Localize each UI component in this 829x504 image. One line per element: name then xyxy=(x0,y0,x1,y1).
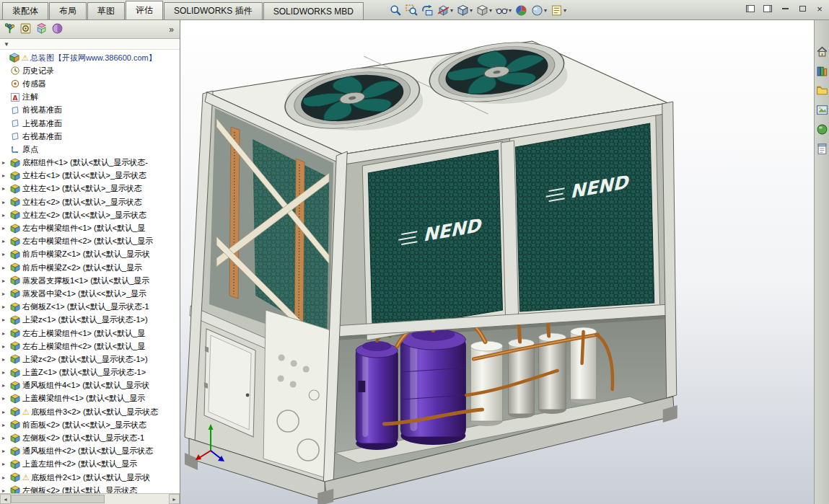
tree-item[interactable]: ▸前后中横梁Z<2> (默认<默认_显示 xyxy=(0,261,180,274)
view-orientation-button[interactable]: ▾ xyxy=(455,3,474,18)
tree-item[interactable]: ▸左右上横梁组件<1> (默认<默认_显 xyxy=(0,327,180,340)
display-style-button[interactable]: ▾ xyxy=(475,3,494,18)
tree-item[interactable]: 历史记录 xyxy=(0,64,180,77)
expander-icon[interactable]: ▸ xyxy=(2,369,10,376)
expander-icon[interactable]: ▸ xyxy=(2,330,10,337)
home-button[interactable] xyxy=(815,45,829,58)
expander-icon[interactable]: ▸ xyxy=(2,422,10,428)
tree-item[interactable]: 传感器 xyxy=(0,77,180,90)
expander-icon[interactable]: ▸ xyxy=(2,343,10,350)
edit-appearance-button[interactable] xyxy=(514,3,529,18)
dropdown-arrow-icon[interactable]: ▾ xyxy=(470,7,473,14)
dropdown-arrow-icon[interactable]: ▾ xyxy=(450,7,453,14)
expander-icon[interactable]: ▸ xyxy=(2,382,10,389)
toggle-right-pane-button[interactable] xyxy=(761,2,774,15)
toggle-left-pane-button[interactable] xyxy=(744,2,757,15)
tree-item[interactable]: ▸上盖横梁组件<1> (默认<默认_显示 xyxy=(0,392,180,405)
tab-装配体[interactable]: 装配体 xyxy=(2,2,48,19)
view-settings-button[interactable]: ▾ xyxy=(549,3,568,18)
expander-icon[interactable]: ▸ xyxy=(2,409,10,415)
perforated-panel[interactable] xyxy=(263,310,330,479)
tab-评估[interactable]: 评估 xyxy=(126,1,163,19)
panel-overflow-chevron[interactable]: » xyxy=(167,25,176,35)
tree-item[interactable]: ▸⚠底板组件2<1> (默认<默认_显示状 xyxy=(0,471,180,484)
expander-icon[interactable]: ▸ xyxy=(2,317,10,323)
expander-icon[interactable]: ▸ xyxy=(2,265,10,271)
tree-item[interactable]: 原点 xyxy=(0,143,180,156)
tree-item[interactable]: ▸左右中横梁组件<1> (默认<默认_显 xyxy=(0,221,180,234)
tree-item[interactable]: ▸蒸发器支撑板1<1> (默认<默认_显示 xyxy=(0,274,180,287)
compressor-large[interactable] xyxy=(400,328,465,445)
view-palette-button[interactable] xyxy=(815,103,829,117)
tree-item[interactable]: ▸立柱左<2> (默认<<默认>_显示状态 xyxy=(0,208,180,221)
tree-item[interactable]: ▸上盖Z<1> (默认<默认_显示状态-1> xyxy=(0,366,180,379)
expander-icon[interactable]: ▸ xyxy=(2,461,10,467)
restore-button[interactable] xyxy=(796,2,809,15)
expander-icon[interactable]: ▸ xyxy=(2,199,10,205)
tree-root-item[interactable]: ⚠总装图【开拔网www.386600.com】 xyxy=(0,51,180,64)
expander-icon[interactable]: ▸ xyxy=(2,304,10,310)
tree-item[interactable]: ▸上梁z<2> (默认<默认_显示状态-1>) xyxy=(0,353,180,366)
dropdown-arrow-icon[interactable]: ▾ xyxy=(544,7,547,14)
hide-show-items-button[interactable]: ▾ xyxy=(494,3,513,18)
section-view-button[interactable]: ▾ xyxy=(436,3,455,18)
zoom-to-fit-button[interactable] xyxy=(388,3,403,18)
expander-icon[interactable]: ▸ xyxy=(2,448,10,454)
tree-item[interactable]: ▸立柱右<2> (默认<默认>_显示状态 xyxy=(0,195,180,208)
expander-icon[interactable]: ▸ xyxy=(2,238,10,244)
previous-view-button[interactable] xyxy=(420,3,435,18)
graphics-area[interactable]: NEND NEND xyxy=(180,20,829,504)
expander-icon[interactable]: ▸ xyxy=(2,474,10,481)
dropdown-arrow-icon[interactable]: ▾ xyxy=(489,7,492,14)
tree-item[interactable]: ▸立柱右<1> (默认<<默认>_显示状态 xyxy=(0,169,180,182)
tree-item[interactable]: ▸前后中横梁Z<1> (默认<默认_显示状 xyxy=(0,248,180,261)
tree-item[interactable]: ▸上梁z<1> (默认<默认_显示状态-1>) xyxy=(0,314,180,327)
tree-item[interactable]: 前视基准面 xyxy=(0,104,180,117)
tree-item[interactable]: ▸右侧板Z<1> (默认<默认_显示状态-1 xyxy=(0,301,180,314)
file-explorer-button[interactable] xyxy=(815,84,829,97)
scroll-right-button[interactable]: ► xyxy=(169,494,180,504)
tree-item[interactable]: ▸蒸发器中梁<1> (默认<<默认>_显示 xyxy=(0,287,180,300)
expander-icon[interactable]: ▸ xyxy=(2,291,10,297)
apply-scene-button[interactable]: ▾ xyxy=(530,3,548,18)
dropdown-arrow-icon[interactable]: ▾ xyxy=(509,7,512,14)
tree-item[interactable]: A注解 xyxy=(0,91,180,104)
expander-icon[interactable]: ▸ xyxy=(2,185,10,192)
minimize-button[interactable] xyxy=(778,2,791,15)
flyout-splitter[interactable]: ▼ xyxy=(0,39,180,50)
tree-item[interactable]: 上视基准面 xyxy=(0,117,180,130)
tree-item[interactable]: ▸前面板<2> (默认<<默认>_显示状态 xyxy=(0,418,180,431)
configuration-manager-button[interactable] xyxy=(35,22,48,36)
tree-item[interactable]: ▸左侧板<2> (默认<默认_显示状态 xyxy=(0,484,180,493)
expander-icon[interactable]: ▸ xyxy=(2,159,10,166)
tree-item[interactable]: ▸左侧板<2> (默认<默认_显示状态-1 xyxy=(0,431,180,444)
tree-item[interactable]: ▸左右上横梁组件<2> (默认<默认_显 xyxy=(0,340,180,353)
dropdown-arrow-icon[interactable]: ▾ xyxy=(563,7,566,14)
tree-item[interactable]: ▸左右中横梁组件<2> (默认<默认_显示 xyxy=(0,235,180,248)
expander-icon[interactable]: ▸ xyxy=(2,487,10,493)
compressor-small[interactable] xyxy=(356,335,398,450)
feature-manager-tree-button[interactable] xyxy=(4,22,16,36)
tree-item[interactable]: ▸通风板组件<2> (默认<默认_显示状态 xyxy=(0,445,180,458)
expander-icon[interactable]: ▸ xyxy=(2,172,10,179)
tree-item[interactable]: ▸上盖左组件<2> (默认<默认_显示 xyxy=(0,458,180,471)
expander-icon[interactable]: ▸ xyxy=(2,251,10,257)
scrollbar-thumb[interactable] xyxy=(11,495,105,503)
scroll-left-button[interactable]: ◄ xyxy=(0,494,11,504)
expander-icon[interactable]: ▸ xyxy=(2,395,10,402)
tree-item[interactable]: 右视基准面 xyxy=(0,130,180,143)
custom-properties-button[interactable] xyxy=(815,142,829,156)
tree-item[interactable]: ▸通风板组件4<1> (默认<默认_显示状 xyxy=(0,379,180,392)
expander-icon[interactable]: ▸ xyxy=(2,212,10,218)
tab-布局[interactable]: 布局 xyxy=(49,2,87,19)
appearances-scenes-button[interactable] xyxy=(815,123,829,136)
display-manager-button[interactable] xyxy=(51,22,63,36)
model-3d-view[interactable]: NEND NEND xyxy=(180,20,829,504)
expander-icon[interactable]: ▸ xyxy=(2,435,10,441)
tree-horizontal-scrollbar[interactable]: ◄ ► xyxy=(0,493,180,504)
tab-草图[interactable]: 草图 xyxy=(87,2,125,19)
tree-item[interactable]: ▸立柱左<1> (默认<默认>_显示状态 xyxy=(0,182,180,195)
tab-SOLIDWORKS 插件[interactable]: SOLIDWORKS 插件 xyxy=(164,2,263,19)
expander-icon[interactable]: ▸ xyxy=(2,278,10,284)
tree-item[interactable]: ▸底框组件<1> (默认<默认_显示状态- xyxy=(0,156,180,169)
